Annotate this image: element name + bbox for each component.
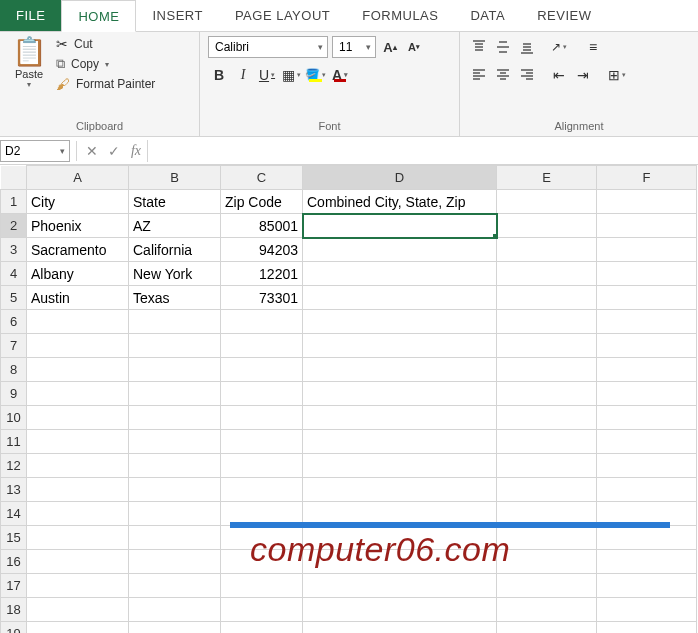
align-center-button[interactable]	[492, 64, 514, 86]
copy-button[interactable]: ⧉Copy▾	[56, 56, 155, 72]
cell-F10[interactable]	[597, 406, 697, 430]
name-box[interactable]: D2	[0, 140, 70, 162]
cell-C12[interactable]	[221, 454, 303, 478]
cell-C17[interactable]	[221, 574, 303, 598]
cell-E19[interactable]	[497, 622, 597, 634]
tab-file[interactable]: FILE	[0, 0, 61, 31]
column-header-C[interactable]: C	[221, 166, 303, 190]
font-size-select[interactable]: 11	[332, 36, 376, 58]
cell-E18[interactable]	[497, 598, 597, 622]
row-header-5[interactable]: 5	[1, 286, 27, 310]
cell-E1[interactable]	[497, 190, 597, 214]
row-header-2[interactable]: 2	[1, 214, 27, 238]
cell-B7[interactable]	[129, 334, 221, 358]
cell-B13[interactable]	[129, 478, 221, 502]
cell-E13[interactable]	[497, 478, 597, 502]
cell-B12[interactable]	[129, 454, 221, 478]
cell-C8[interactable]	[221, 358, 303, 382]
cell-B3[interactable]: California	[129, 238, 221, 262]
cell-C2[interactable]: 85001	[221, 214, 303, 238]
wrap-text-button[interactable]: ≡	[582, 36, 604, 58]
cell-C9[interactable]	[221, 382, 303, 406]
cell-A19[interactable]	[27, 622, 129, 634]
cell-B1[interactable]: State	[129, 190, 221, 214]
cell-B8[interactable]	[129, 358, 221, 382]
bold-button[interactable]: B	[208, 64, 230, 86]
cell-F13[interactable]	[597, 478, 697, 502]
cell-C6[interactable]	[221, 310, 303, 334]
cell-F15[interactable]	[597, 526, 697, 550]
cell-E4[interactable]	[497, 262, 597, 286]
cell-A5[interactable]: Austin	[27, 286, 129, 310]
formula-input[interactable]	[147, 140, 698, 162]
cell-C5[interactable]: 73301	[221, 286, 303, 310]
row-header-7[interactable]: 7	[1, 334, 27, 358]
cell-B11[interactable]	[129, 430, 221, 454]
cell-A2[interactable]: Phoenix	[27, 214, 129, 238]
cell-E15[interactable]	[497, 526, 597, 550]
underline-button[interactable]: U	[256, 64, 278, 86]
column-header-A[interactable]: A	[27, 166, 129, 190]
cell-E9[interactable]	[497, 382, 597, 406]
cell-A18[interactable]	[27, 598, 129, 622]
cell-E12[interactable]	[497, 454, 597, 478]
tab-insert[interactable]: INSERT	[136, 0, 218, 31]
cell-A3[interactable]: Sacramento	[27, 238, 129, 262]
tab-formulas[interactable]: FORMULAS	[346, 0, 454, 31]
cell-A11[interactable]	[27, 430, 129, 454]
row-header-12[interactable]: 12	[1, 454, 27, 478]
cell-D9[interactable]	[303, 382, 497, 406]
cell-E7[interactable]	[497, 334, 597, 358]
cell-F11[interactable]	[597, 430, 697, 454]
tab-pagelayout[interactable]: PAGE LAYOUT	[219, 0, 346, 31]
cell-F6[interactable]	[597, 310, 697, 334]
italic-button[interactable]: I	[232, 64, 254, 86]
cell-F3[interactable]	[597, 238, 697, 262]
cell-D7[interactable]	[303, 334, 497, 358]
cell-F16[interactable]	[597, 550, 697, 574]
enter-formula-button[interactable]: ✓	[103, 140, 125, 162]
cell-A1[interactable]: City	[27, 190, 129, 214]
cell-F19[interactable]	[597, 622, 697, 634]
cell-F8[interactable]	[597, 358, 697, 382]
cell-D16[interactable]	[303, 550, 497, 574]
row-header-19[interactable]: 19	[1, 622, 27, 634]
row-header-1[interactable]: 1	[1, 190, 27, 214]
row-header-3[interactable]: 3	[1, 238, 27, 262]
align-bottom-button[interactable]	[516, 36, 538, 58]
cell-B18[interactable]	[129, 598, 221, 622]
cell-B4[interactable]: New York	[129, 262, 221, 286]
cell-A9[interactable]	[27, 382, 129, 406]
cell-B10[interactable]	[129, 406, 221, 430]
cell-A6[interactable]	[27, 310, 129, 334]
cell-C13[interactable]	[221, 478, 303, 502]
cell-A10[interactable]	[27, 406, 129, 430]
cell-D10[interactable]	[303, 406, 497, 430]
cell-A14[interactable]	[27, 502, 129, 526]
align-middle-button[interactable]	[492, 36, 514, 58]
cell-D3[interactable]	[303, 238, 497, 262]
cell-B9[interactable]	[129, 382, 221, 406]
column-header-B[interactable]: B	[129, 166, 221, 190]
cell-B17[interactable]	[129, 574, 221, 598]
cell-D1[interactable]: Combined City, State, Zip	[303, 190, 497, 214]
cell-F9[interactable]	[597, 382, 697, 406]
cell-C1[interactable]: Zip Code	[221, 190, 303, 214]
cell-D12[interactable]	[303, 454, 497, 478]
font-name-select[interactable]: Calibri	[208, 36, 328, 58]
cell-F17[interactable]	[597, 574, 697, 598]
cell-D19[interactable]	[303, 622, 497, 634]
cell-D17[interactable]	[303, 574, 497, 598]
align-top-button[interactable]	[468, 36, 490, 58]
row-header-8[interactable]: 8	[1, 358, 27, 382]
row-header-18[interactable]: 18	[1, 598, 27, 622]
cell-F5[interactable]	[597, 286, 697, 310]
cell-F2[interactable]	[597, 214, 697, 238]
tab-review[interactable]: REVIEW	[521, 0, 607, 31]
tab-home[interactable]: HOME	[61, 0, 136, 32]
cell-C7[interactable]	[221, 334, 303, 358]
cell-C4[interactable]: 12201	[221, 262, 303, 286]
row-header-4[interactable]: 4	[1, 262, 27, 286]
cell-A17[interactable]	[27, 574, 129, 598]
cell-E6[interactable]	[497, 310, 597, 334]
